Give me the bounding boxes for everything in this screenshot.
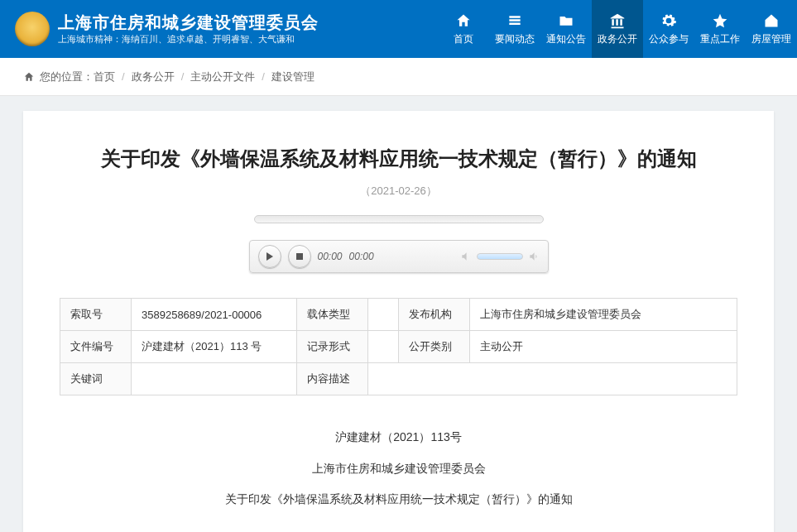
- nav-home[interactable]: 首页: [438, 0, 489, 58]
- site-title: 上海市住房和城乡建设管理委员会: [58, 12, 319, 32]
- crumb-sep: /: [122, 70, 125, 83]
- meta-label-keyword: 关键词: [60, 363, 132, 395]
- meta-label-index-no: 索取号: [60, 299, 132, 331]
- logo-block: 上海市住房和城乡建设管理委员会 上海城市精神：海纳百川、追求卓越、开明睿智、大气…: [15, 12, 319, 46]
- nav-label: 政务公开: [598, 32, 637, 46]
- meta-value-doc-no: 沪建建材（2021）113 号: [132, 331, 297, 363]
- gear-icon: [660, 12, 677, 29]
- meta-value-desc: [368, 363, 737, 395]
- meta-label-open-type: 公开类别: [398, 331, 469, 363]
- meta-label-carrier: 载体类型: [297, 299, 368, 331]
- nav-label: 房屋管理: [751, 32, 791, 46]
- nav-notice[interactable]: 通知公告: [540, 0, 592, 58]
- meta-value-record: [368, 331, 399, 363]
- article-card: 关于印发《外墙保温系统及材料应用统一技术规定（暂行）》的通知 （2021-02-…: [23, 111, 774, 532]
- volume-slider[interactable]: [477, 253, 523, 260]
- nav-news[interactable]: 要闻动态: [489, 0, 540, 58]
- main-nav: 首页 要闻动态 通知公告 政务公开 公众参与 重点工作 房屋管理: [438, 0, 797, 58]
- nav-gov-open[interactable]: 政务公开: [592, 0, 643, 58]
- table-row: 关键词 内容描述: [60, 363, 737, 395]
- speaker-icon[interactable]: [528, 251, 540, 262]
- audio-time-current: 00:00: [318, 251, 343, 262]
- body-line: 沪建建材（2021）113号: [60, 424, 737, 452]
- audio-time-total: 00:00: [349, 251, 374, 262]
- article-date: （2021-02-26）: [60, 184, 737, 199]
- nav-label: 重点工作: [700, 32, 740, 46]
- crumb-active-disclosure[interactable]: 主动公开文件: [190, 69, 255, 84]
- article-meta-table: 索取号 3589258689/2021-00006 载体类型 发布机构 上海市住…: [60, 298, 737, 395]
- nav-label: 通知公告: [546, 32, 586, 46]
- article-title: 关于印发《外墙保温系统及材料应用统一技术规定（暂行）》的通知: [60, 144, 737, 174]
- crumb-gov-open[interactable]: 政务公开: [132, 69, 175, 84]
- body-line: 上海市住房和城乡建设管理委员会: [60, 455, 737, 483]
- article-body: 沪建建材（2021）113号 上海市住房和城乡建设管理委员会 关于印发《外墙保温…: [60, 424, 737, 514]
- meta-label-record: 记录形式: [297, 331, 368, 363]
- folder-icon: [558, 12, 574, 29]
- crumb-sep: /: [181, 70, 185, 83]
- star-icon: [712, 12, 728, 29]
- nav-housing[interactable]: 房屋管理: [746, 0, 797, 58]
- svg-rect-0: [296, 253, 303, 260]
- table-row: 文件编号 沪建建材（2021）113 号 记录形式 公开类别 主动公开: [60, 331, 737, 363]
- play-icon: [266, 252, 274, 261]
- breadcrumb-prefix: 您的位置：: [40, 69, 94, 84]
- breadcrumb: 您的位置： 首页 / 政务公开 / 主动公开文件 / 建设管理: [0, 58, 797, 96]
- meta-value-open-type: 主动公开: [469, 331, 737, 363]
- meta-value-publisher: 上海市住房和城乡建设管理委员会: [469, 299, 737, 331]
- site-subtitle: 上海城市精神：海纳百川、追求卓越、开明睿智、大气谦和: [58, 34, 319, 45]
- audio-seek-bar[interactable]: [254, 215, 544, 223]
- site-emblem-icon: [15, 12, 50, 46]
- crumb-sep: /: [262, 70, 265, 83]
- nav-label: 要闻动态: [495, 32, 535, 46]
- meta-value-index-no: 3589258689/2021-00006: [132, 299, 297, 331]
- meta-label-doc-no: 文件编号: [60, 331, 132, 363]
- meta-value-keyword: [132, 363, 297, 395]
- stop-icon: [295, 252, 304, 261]
- speaker-mute-icon[interactable]: [460, 251, 472, 262]
- nav-label: 公众参与: [649, 32, 689, 46]
- body-line: 关于印发《外墙保温系统及材料应用统一技术规定（暂行）》的通知: [60, 486, 737, 514]
- gov-building-icon: [609, 12, 626, 29]
- audio-play-button[interactable]: [258, 245, 281, 268]
- nav-public[interactable]: 公众参与: [643, 0, 694, 58]
- site-title-block: 上海市住房和城乡建设管理委员会 上海城市精神：海纳百川、追求卓越、开明睿智、大气…: [58, 12, 319, 45]
- audio-stop-button[interactable]: [288, 245, 311, 268]
- site-header: 上海市住房和城乡建设管理委员会 上海城市精神：海纳百川、追求卓越、开明睿智、大气…: [0, 0, 797, 58]
- meta-label-publisher: 发布机构: [398, 299, 469, 331]
- crumb-home[interactable]: 首页: [94, 69, 115, 84]
- house-icon: [763, 12, 780, 29]
- nav-label: 首页: [454, 32, 473, 46]
- crumb-construction-mgmt[interactable]: 建设管理: [271, 69, 314, 84]
- breadcrumb-home-icon: [23, 71, 35, 83]
- list-icon: [507, 12, 523, 29]
- meta-label-desc: 内容描述: [297, 363, 368, 395]
- meta-value-carrier: [368, 299, 399, 331]
- audio-player: 00:00 00:00: [249, 215, 549, 273]
- table-row: 索取号 3589258689/2021-00006 载体类型 发布机构 上海市住…: [60, 299, 737, 331]
- home-icon: [455, 12, 472, 29]
- nav-key-work[interactable]: 重点工作: [694, 0, 746, 58]
